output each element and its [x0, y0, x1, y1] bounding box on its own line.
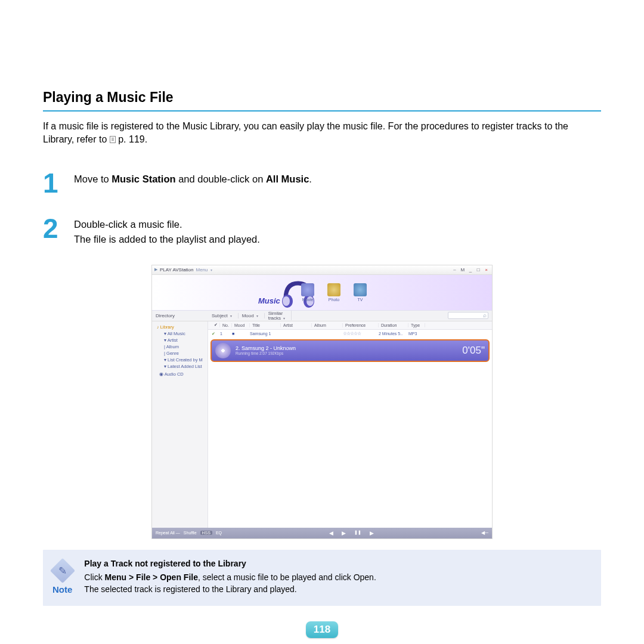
svg-point-2 — [283, 296, 290, 306]
nav-movie[interactable]: Movie — [299, 283, 317, 302]
play-button[interactable]: ▶ — [342, 530, 346, 536]
menu-chevron-icon[interactable]: ▾ — [210, 268, 212, 272]
page-ref-icon — [110, 136, 116, 143]
now-playing-row[interactable]: 2. Samsung 2 - Unknown Running time 2:07… — [210, 339, 490, 362]
win-btn-b[interactable]: M — [459, 267, 466, 273]
eq-button[interactable]: EQ — [216, 531, 222, 535]
app-screenshot: ▶ PLAY AVStation Menu ▾ ⎓ M _ □ × Music … — [151, 265, 493, 539]
sidebar-latest-added[interactable]: ▾ Latest Added List — [152, 363, 208, 370]
win-btn-a[interactable]: ⎓ — [451, 267, 458, 273]
sidebar-library[interactable]: ♪ Library — [152, 324, 208, 330]
sidebar-list-created[interactable]: ▾ List Created by M — [152, 357, 208, 363]
col-title[interactable]: Title — [250, 323, 281, 327]
step-2-number: 2 — [43, 215, 63, 247]
maximize-button[interactable]: □ — [475, 267, 482, 273]
next-button[interactable]: ▶ — [370, 530, 374, 536]
minimize-button[interactable]: _ — [467, 267, 474, 273]
step-1-number: 1 — [43, 169, 63, 197]
photo-icon — [327, 283, 340, 296]
window-controls: ⎓ M _ □ × — [451, 267, 490, 273]
sidebar-genre[interactable]: | Genre — [152, 350, 208, 357]
page-number: 118 — [306, 621, 338, 638]
col-no[interactable]: No. — [220, 323, 232, 327]
section-heading: Playing a Music File — [43, 89, 601, 106]
filter-mood[interactable]: Mood — [239, 313, 265, 318]
step-2: 2 Double-click a music file. The file is… — [43, 215, 601, 247]
volume-control[interactable]: ◀─ — [481, 530, 488, 535]
track-row-1[interactable]: ✔ 1 ■ Samsung 1 ☆☆☆☆☆ 2 Minutes 5.. MP3 — [208, 330, 492, 338]
tv-icon — [354, 283, 367, 296]
menu-button[interactable]: Menu — [196, 267, 208, 273]
col-album[interactable]: Album — [312, 323, 343, 327]
filter-subject[interactable]: Subject — [208, 313, 239, 318]
now-playing-title: 2. Samsung 2 - Unknown — [236, 345, 462, 351]
col-preference[interactable]: Preference — [343, 323, 379, 327]
nav-tv[interactable]: TV — [351, 283, 369, 302]
note-label: Note — [52, 584, 72, 595]
shuffle-toggle[interactable]: Shuffle — [184, 531, 197, 535]
filter-bar: Directory Subject Mood Similar tracks — [152, 311, 492, 321]
app-banner: Music Movie Photo TV — [152, 275, 492, 311]
pause-button[interactable]: ❚❚ — [354, 530, 361, 536]
filter-similar[interactable]: Similar tracks — [265, 311, 292, 320]
col-duration[interactable]: Duration — [379, 323, 408, 327]
app-titlebar: ▶ PLAY AVStation Menu ▾ ⎓ M _ □ × — [152, 265, 492, 275]
nav-photo[interactable]: Photo — [325, 283, 343, 302]
prev-button[interactable]: ◀ — [329, 530, 333, 536]
track-list: ✔ No. Mood Title Artist Album Preference… — [208, 321, 492, 528]
disc-icon — [215, 343, 231, 358]
search-input[interactable] — [448, 312, 488, 319]
movie-icon — [301, 283, 314, 296]
sidebar-all-music[interactable]: ▾ All Music — [152, 330, 208, 337]
col-artist[interactable]: Artist — [281, 323, 312, 327]
note-title: Play a Track not registered to the Libra… — [84, 558, 376, 570]
step-1: 1 Move to Music Station and double-click… — [43, 169, 601, 197]
playback-bar: Repeat All — Shuffle HSS EQ ◀ ▶ ❚❚ ▶ ◀─ — [152, 528, 492, 538]
note-body: Play a Track not registered to the Libra… — [84, 558, 376, 596]
play-glyph-icon: ▶ — [154, 267, 157, 272]
list-header: ✔ No. Mood Title Artist Album Preference… — [208, 321, 492, 330]
close-button[interactable]: × — [483, 267, 490, 273]
app-title: PLAY AVStation — [160, 267, 193, 273]
sidebar-audio-cd[interactable]: ◉ Audio CD — [152, 371, 208, 377]
sidebar-album[interactable]: | Album — [152, 343, 208, 350]
heading-divider — [43, 110, 601, 112]
col-mood[interactable]: Mood — [232, 323, 250, 327]
col-type[interactable]: Type — [408, 323, 425, 327]
now-playing-time: 0'05" — [462, 345, 485, 357]
repeat-toggle[interactable]: Repeat All — — [156, 531, 180, 535]
hss-button[interactable]: HSS — [200, 531, 212, 535]
intro-paragraph: If a music file is registered to the Mus… — [43, 120, 601, 145]
music-section-label: Music — [258, 296, 280, 305]
sidebar: ♪ Library ▾ All Music ▾ Artist | Album |… — [152, 321, 208, 528]
directory-label: Directory — [152, 313, 208, 318]
col-check[interactable]: ✔ — [212, 323, 220, 327]
sidebar-artist[interactable]: ▾ Artist — [152, 337, 208, 343]
now-playing-subtitle: Running time 2:07 192Kbps — [236, 351, 462, 355]
note-box: ✎ Note Play a Track not registered to th… — [43, 550, 601, 606]
note-icon: ✎ — [49, 558, 75, 583]
